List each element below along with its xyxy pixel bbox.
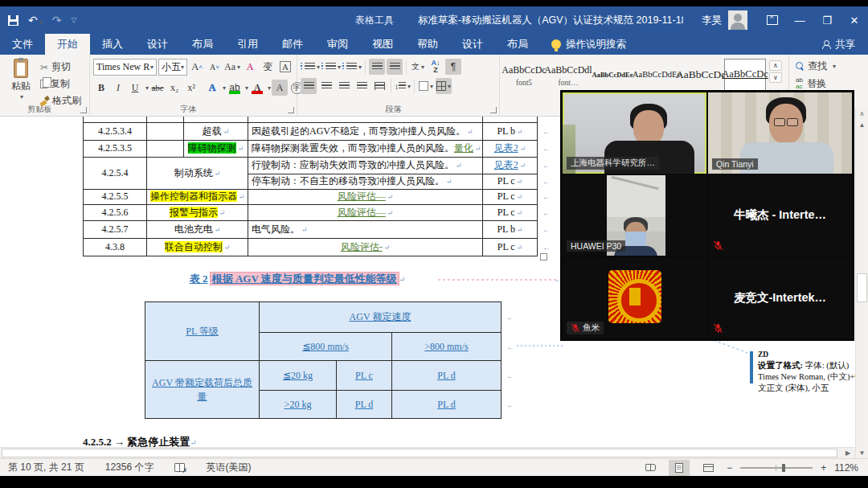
style-card-6[interactable]: AaBbCcDc: [724, 59, 766, 92]
style-card-3[interactable]: AaBbCcDdEe: [592, 59, 633, 92]
style-card-5[interactable]: AaBbCcDc: [680, 59, 722, 92]
tab-table-design[interactable]: 设计: [450, 34, 495, 55]
copy-button[interactable]: 复制: [39, 76, 83, 92]
close-button[interactable]: ✕: [841, 6, 868, 34]
highlight-color-button[interactable]: ab: [227, 80, 243, 96]
tab-review[interactable]: 审阅: [315, 34, 360, 55]
tab-home[interactable]: 开始: [45, 34, 90, 55]
styles-gallery-down-button[interactable]: ∨: [769, 72, 782, 83]
align-center-button[interactable]: [318, 78, 334, 94]
tab-design[interactable]: 设计: [135, 34, 180, 55]
avatar-tile-yumi[interactable]: 鱼米: [563, 257, 706, 338]
paragraph-dialog-launcher[interactable]: [490, 107, 497, 113]
table-resize-handle[interactable]: [540, 253, 547, 260]
borders-button[interactable]: ▾: [436, 78, 452, 94]
sort-button[interactable]: A↓Z: [428, 59, 444, 75]
align-right-button[interactable]: [336, 78, 352, 94]
superscript-button[interactable]: x²: [183, 80, 199, 96]
cut-button[interactable]: ✂剪切: [39, 59, 83, 75]
font-dialog-launcher[interactable]: [288, 107, 294, 113]
style-card-2[interactable]: AaBbCcDdlfont…: [547, 59, 589, 92]
pl-level-table[interactable]: PL 等级 AGV 额定速度 ← ≦800 mm/s >800 mm/s ← A…: [145, 301, 518, 419]
horizontal-scroll-thumb[interactable]: [2, 449, 837, 457]
multilevel-list-button[interactable]: ▾: [342, 59, 362, 75]
audio-tile-niu-xijie[interactable]: 牛曦杰 - Interte…: [708, 175, 852, 256]
undo-icon[interactable]: ↶▾: [28, 14, 43, 27]
scroll-down-button[interactable]: ▼: [856, 447, 868, 458]
video-conference-panel[interactable]: 上海电器科学研究所… Qin Tianyi HUAWEI P30 牛曦杰 -: [560, 90, 854, 341]
shading-button[interactable]: ▾: [418, 78, 434, 94]
zoom-slider[interactable]: [740, 467, 813, 469]
tab-mailings[interactable]: 邮件: [270, 34, 315, 55]
style-card-1[interactable]: AaBbCcDcfont5: [503, 59, 545, 92]
audio-tile-mai-jingwen[interactable]: 麦竞文-Intertek…: [708, 257, 852, 338]
scroll-up-button[interactable]: ▲: [856, 119, 868, 130]
format-change-comment[interactable]: ZD 设置了格式: 字体: (默认) Times New Roman, (中文)…: [750, 350, 855, 394]
scroll-right-button[interactable]: ▶: [841, 449, 855, 457]
strikethrough-button[interactable]: abc: [149, 80, 166, 96]
video-tile-qin-tianyi[interactable]: Qin Tianyi: [708, 92, 852, 174]
account-area[interactable]: 李昊: [702, 6, 747, 34]
decrease-indent-button[interactable]: [369, 59, 385, 75]
character-border-button[interactable]: A: [277, 59, 293, 75]
video-tile-huawei-p30[interactable]: HUAWEI P30: [563, 175, 706, 256]
restore-button[interactable]: ❐: [813, 6, 841, 34]
find-button[interactable]: 查找 ▾: [792, 57, 865, 75]
tab-help[interactable]: 帮助: [405, 34, 450, 55]
align-left-button[interactable]: [301, 78, 317, 94]
bullets-button[interactable]: ▾: [301, 59, 320, 75]
tab-file[interactable]: 文件: [0, 34, 45, 55]
phonetic-guide-button[interactable]: 变: [260, 59, 276, 75]
tell-me-search[interactable]: 操作说明搜索: [540, 34, 637, 55]
clipboard-dialog-launcher[interactable]: [80, 107, 87, 113]
font-size-combobox[interactable]: 小五▾: [158, 59, 187, 76]
italic-button[interactable]: I: [110, 80, 126, 96]
grow-font-button[interactable]: A˄: [189, 59, 205, 75]
shrink-font-button[interactable]: A˅: [207, 59, 223, 75]
tab-view[interactable]: 视图: [360, 34, 405, 55]
change-case-button[interactable]: Aa▾: [224, 59, 240, 75]
clear-formatting-button[interactable]: A: [242, 59, 258, 75]
language-indicator[interactable]: 英语(美国): [206, 461, 251, 474]
numbering-button[interactable]: ▾: [321, 59, 341, 75]
font-family-combobox[interactable]: Times New R▾: [93, 59, 157, 76]
vertical-scroll-track[interactable]: [856, 130, 868, 447]
zoom-out-button[interactable]: −: [727, 462, 732, 474]
font-color-button[interactable]: A: [249, 80, 265, 96]
subscript-button[interactable]: x₂: [166, 80, 182, 96]
underline-button[interactable]: U: [127, 80, 143, 96]
tab-insert[interactable]: 插入: [90, 34, 135, 55]
word-count[interactable]: 12356 个字: [105, 461, 154, 474]
collapse-ribbon-button[interactable]: ∧: [856, 108, 868, 119]
proofing-status-icon[interactable]: [174, 463, 185, 472]
video-tile-active-speaker[interactable]: 上海电器科学研究所…: [563, 92, 706, 174]
web-layout-button[interactable]: [698, 460, 719, 476]
customize-quick-access-icon[interactable]: ▽: [71, 16, 76, 24]
increase-indent-button[interactable]: [387, 59, 403, 75]
style-card-4[interactable]: AaBbCcDdEe: [636, 59, 678, 92]
share-button[interactable]: 共享: [809, 34, 868, 55]
tab-table-layout[interactable]: 布局: [495, 34, 540, 55]
ribbon-display-options-button[interactable]: [759, 6, 786, 34]
tab-references[interactable]: 引用: [225, 34, 270, 55]
bold-button[interactable]: B: [93, 80, 109, 96]
styles-gallery-up-button[interactable]: ∧: [769, 60, 782, 71]
line-spacing-button[interactable]: ↕▾: [395, 78, 411, 94]
tab-layout[interactable]: 布局: [180, 34, 225, 55]
distribute-button[interactable]: [371, 78, 387, 94]
paste-button[interactable]: 粘贴 ▾: [3, 57, 39, 105]
zoom-level[interactable]: 112%: [834, 462, 858, 474]
zoom-slider-thumb[interactable]: [782, 464, 785, 472]
risk-table[interactable]: 4.2.5.3.4 超载 因超载引起的AGV不稳定，而导致冲撞人员风险。 PL …: [83, 117, 554, 256]
vertical-scroll-thumb[interactable]: [857, 273, 867, 302]
horizontal-scrollbar[interactable]: ▶: [0, 447, 855, 458]
character-shading-button[interactable]: A: [272, 80, 288, 96]
print-layout-button[interactable]: [669, 460, 690, 476]
text-effects-button[interactable]: A: [204, 80, 220, 96]
justify-button[interactable]: [354, 78, 370, 94]
vertical-scrollbar[interactable]: ∧ ▲ ▼: [855, 108, 868, 458]
read-mode-button[interactable]: [640, 460, 661, 476]
page-indicator[interactable]: 第 10 页, 共 21 页: [8, 461, 84, 474]
asian-layout-button[interactable]: 文▾: [410, 59, 426, 75]
redo-icon[interactable]: ↷: [52, 14, 62, 27]
